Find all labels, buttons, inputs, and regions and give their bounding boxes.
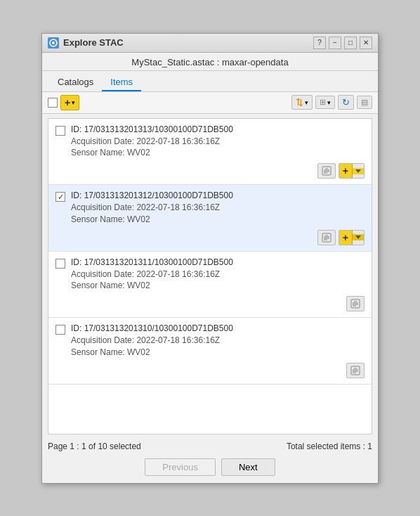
total-selected: Total selected items : 1 bbox=[287, 441, 372, 451]
item-1-chevron-icon bbox=[355, 169, 361, 173]
add-plus-icon: + bbox=[65, 97, 70, 108]
svg-rect-2 bbox=[322, 167, 331, 175]
close-button[interactable]: ✕ bbox=[360, 37, 372, 49]
previous-button[interactable]: Previous bbox=[145, 458, 216, 476]
info-icon-3 bbox=[350, 299, 360, 309]
item-1-id: ID: 17/031313201313/10300100D71DB500 bbox=[71, 124, 365, 134]
item-1-add-main: + bbox=[339, 164, 353, 178]
page-info: Page 1 : 1 of 10 selected bbox=[48, 441, 141, 451]
item-3-checkbox[interactable] bbox=[55, 259, 65, 269]
item-1-sensor: Sensor Name: WV02 bbox=[71, 147, 365, 159]
item-card-3: ID: 17/031313201311/10300100D71DB500 Acq… bbox=[48, 252, 372, 318]
item-1-add-arrow[interactable] bbox=[353, 168, 364, 174]
explore-stac-window: Explore STAC ? − □ ✕ MyStac_Static.astac… bbox=[41, 33, 379, 484]
item-1-date: Acquisition Date: 2022-07-18 16:36:16Z bbox=[71, 136, 365, 148]
title-bar-controls: ? − □ ✕ bbox=[313, 37, 372, 49]
settings-btn[interactable]: ▤ bbox=[357, 96, 372, 109]
window-title: Explore STAC bbox=[63, 37, 124, 48]
add-button[interactable]: + ▾ bbox=[60, 95, 79, 110]
item-3-date: Acquisition Date: 2022-07-18 16:36:16Z bbox=[71, 269, 365, 280]
sort-dropdown: ▾ bbox=[305, 99, 308, 106]
svg-rect-17 bbox=[351, 366, 360, 375]
item-3-info: ID: 17/031313201311/10300100D71DB500 Acq… bbox=[71, 257, 365, 292]
status-bar: Page 1 : 1 of 10 selected Total selected… bbox=[42, 439, 378, 454]
item-card-4: ID: 17/031313201310/10300100D71DB500 Acq… bbox=[48, 318, 372, 385]
tab-catalogs[interactable]: Catalogs bbox=[49, 74, 102, 91]
item-2-date: Acquisition Date: 2022-07-18 16:36:16Z bbox=[71, 202, 365, 214]
item-4-actions bbox=[346, 363, 365, 378]
item-card-2: ID: 17/031313201312/10300100D71DB500 Acq… bbox=[48, 185, 372, 252]
item-4-sensor: Sensor Name: WV02 bbox=[71, 347, 365, 359]
item-1-checkbox[interactable] bbox=[55, 126, 65, 136]
item-2-info: ID: 17/031313201312/10300100D71DB500 Acq… bbox=[71, 191, 365, 226]
minimize-button[interactable]: − bbox=[329, 37, 341, 49]
items-list[interactable]: ID: 17/031313201313/10300100D71DB500 Acq… bbox=[48, 118, 372, 434]
item-1-actions: + bbox=[317, 163, 365, 179]
item-2-add-arrow[interactable] bbox=[353, 234, 364, 240]
help-button[interactable]: ? bbox=[313, 37, 326, 49]
toolbar-right: ⇅ ▾ ⊞ ▾ ↻ ▤ bbox=[291, 95, 372, 110]
item-1-info-btn[interactable] bbox=[317, 163, 336, 179]
item-2-plus-icon: + bbox=[343, 232, 348, 243]
svg-rect-12 bbox=[351, 299, 360, 308]
info-icon bbox=[322, 166, 332, 176]
toolbar: + ▾ ⇅ ▾ ⊞ ▾ ↻ ▤ bbox=[42, 92, 378, 114]
item-3-info-btn[interactable] bbox=[346, 296, 365, 311]
item-2-info-btn[interactable] bbox=[317, 230, 336, 245]
item-4-id: ID: 17/031313201310/10300100D71DB500 bbox=[71, 323, 365, 333]
info-icon-2 bbox=[322, 233, 332, 243]
tab-items[interactable]: Items bbox=[102, 74, 141, 91]
title-bar-left: Explore STAC bbox=[48, 37, 124, 49]
sort-icon: ⇅ bbox=[296, 97, 303, 108]
subtitle: MyStac_Static.astac : maxar-opendata bbox=[42, 53, 378, 71]
select-all-checkbox[interactable] bbox=[48, 98, 58, 108]
item-2-add-main: + bbox=[339, 231, 353, 245]
filter-dropdown: ▾ bbox=[327, 99, 331, 106]
restore-button[interactable]: □ bbox=[344, 37, 357, 49]
svg-rect-7 bbox=[322, 233, 331, 242]
svg-point-1 bbox=[52, 41, 55, 44]
item-4-info: ID: 17/031313201310/10300100D71DB500 Acq… bbox=[71, 323, 365, 359]
item-1-plus-icon: + bbox=[343, 165, 348, 176]
item-2-sensor: Sensor Name: WV02 bbox=[71, 214, 365, 226]
item-4-date: Acquisition Date: 2022-07-18 16:36:16Z bbox=[71, 335, 365, 347]
add-dropdown-arrow: ▾ bbox=[72, 99, 75, 106]
item-2-checkbox[interactable] bbox=[55, 192, 65, 202]
item-card-1: ID: 17/031313201313/10300100D71DB500 Acq… bbox=[48, 119, 372, 186]
refresh-btn[interactable]: ↻ bbox=[338, 95, 354, 110]
item-3-actions bbox=[346, 296, 365, 311]
filter-btn[interactable]: ⊞ ▾ bbox=[315, 96, 335, 109]
next-button[interactable]: Next bbox=[221, 458, 275, 476]
item-2-actions: + + Add to Current Map + bbox=[317, 230, 365, 245]
item-2-chevron-icon bbox=[355, 236, 361, 239]
app-icon bbox=[48, 37, 59, 49]
item-2-id: ID: 17/031313201312/10300100D71DB500 bbox=[71, 191, 365, 200]
item-1-add-btn[interactable]: + bbox=[339, 163, 365, 179]
settings-icon: ▤ bbox=[361, 98, 368, 107]
item-3-sensor: Sensor Name: WV02 bbox=[71, 280, 365, 292]
refresh-icon: ↻ bbox=[342, 97, 350, 108]
filter-icon: ⊞ bbox=[320, 98, 326, 107]
item-1-info: ID: 17/031313201313/10300100D71DB500 Acq… bbox=[71, 124, 365, 160]
nav-buttons: Previous Next bbox=[42, 454, 378, 483]
title-bar: Explore STAC ? − □ ✕ bbox=[42, 34, 378, 53]
item-2-add-btn[interactable]: + + Add to Current Map + bbox=[339, 230, 365, 245]
tabs: Catalogs Items bbox=[42, 71, 378, 92]
sort-btn[interactable]: ⇅ ▾ bbox=[291, 95, 313, 110]
item-4-checkbox[interactable] bbox=[55, 325, 65, 335]
info-icon-4 bbox=[350, 366, 360, 375]
item-4-info-btn[interactable] bbox=[346, 363, 365, 378]
item-3-id: ID: 17/031313201311/10300100D71DB500 bbox=[71, 257, 365, 267]
